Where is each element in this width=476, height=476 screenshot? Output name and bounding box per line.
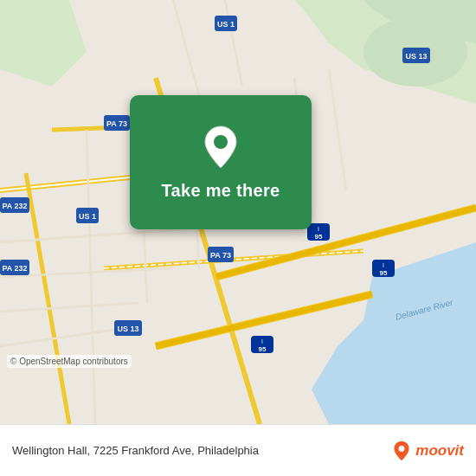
- svg-point-56: [214, 135, 228, 149]
- location-pin-icon: [197, 124, 244, 170]
- svg-text:95: 95: [315, 233, 323, 241]
- svg-text:PA 73: PA 73: [106, 119, 127, 128]
- svg-text:95: 95: [259, 345, 267, 353]
- svg-point-57: [399, 446, 405, 452]
- svg-text:I: I: [383, 262, 384, 268]
- moovit-pin-icon: [391, 441, 412, 461]
- bottom-bar: Wellington Hall, 7225 Frankford Ave, Phi…: [0, 424, 476, 476]
- map-container: Delaware River: [0, 0, 476, 424]
- moovit-logo: moovit: [391, 441, 464, 461]
- svg-text:US 1: US 1: [217, 20, 235, 29]
- svg-text:I: I: [261, 338, 263, 344]
- svg-text:US 13: US 13: [117, 325, 138, 333]
- svg-text:I: I: [318, 226, 319, 232]
- take-me-there-button[interactable]: Take me there: [130, 95, 312, 229]
- moovit-brand-text: moovit: [415, 442, 464, 460]
- svg-text:PA 73: PA 73: [210, 251, 231, 260]
- svg-text:95: 95: [380, 269, 388, 277]
- svg-text:PA 232: PA 232: [2, 202, 27, 210]
- osm-attribution: © OpenStreetMap contributors: [7, 355, 132, 368]
- address-text: Wellington Hall, 7225 Frankford Ave, Phi…: [12, 444, 391, 457]
- take-me-there-label: Take me there: [162, 181, 280, 201]
- svg-text:US 13: US 13: [405, 52, 427, 61]
- svg-text:PA 232: PA 232: [2, 264, 27, 273]
- svg-text:US 1: US 1: [79, 212, 96, 221]
